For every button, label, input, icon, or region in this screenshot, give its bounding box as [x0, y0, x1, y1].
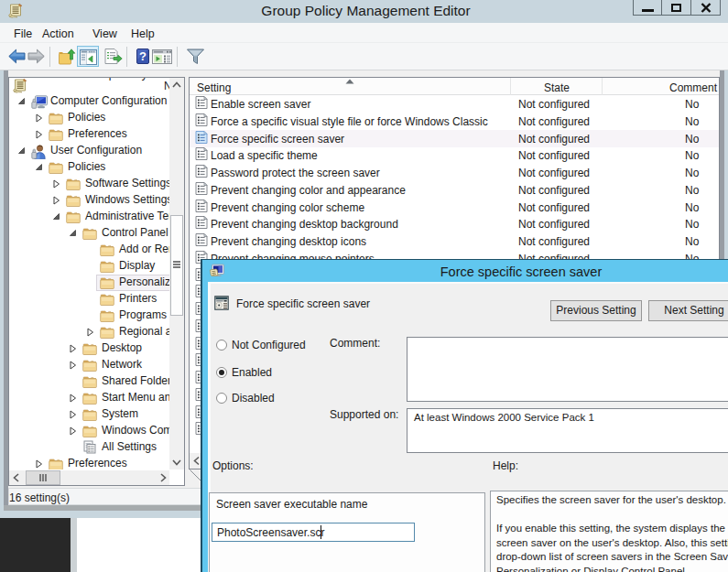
- svg-text:?: ?: [139, 49, 147, 63]
